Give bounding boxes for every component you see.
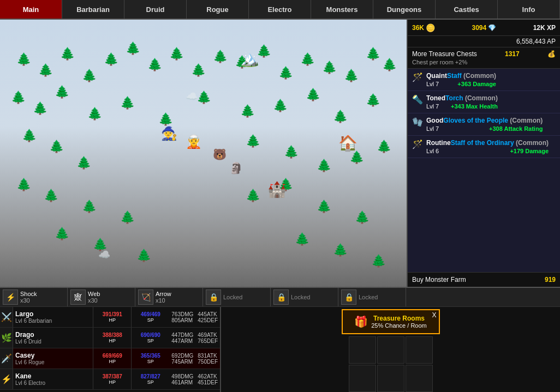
- casey-hp-val: 669/669: [103, 353, 122, 359]
- tree-20: 🌲: [33, 101, 47, 116]
- char-stats-casey: 692DMG 745ARM: [169, 348, 195, 369]
- casey-dmg: 692DMG: [171, 353, 193, 359]
- drago-arm: 447ARM: [171, 338, 193, 344]
- tree-33: 🌲: [76, 156, 91, 170]
- resources-bar: 36K 🪙 3094 💎 12K XP: [408, 20, 560, 36]
- game-canvas: 🌲 🌲 🌲 🌲 🌲 🌲 🌲 🌲 🌲 🌲 🌲 🌲 🌲 🌲 🌲 🌲 🌲 🌲 🌲 🌲 …: [0, 20, 407, 287]
- chars-area: ⚔️ Largo Lvl 6 Barbarian 391/391 HP 469/…: [0, 307, 560, 392]
- largo-hp-val: 391/391: [103, 311, 122, 317]
- spell-web[interactable]: 🕸 Web x30: [68, 288, 135, 306]
- drago-hp-val: 388/388: [103, 332, 122, 338]
- tree-3: 🌲: [60, 47, 75, 61]
- treasure-label: More Treasure Chests: [412, 50, 477, 58]
- tab-rogue[interactable]: Rogue: [187, 0, 249, 19]
- item-card-3: 🧤 GoodGloves of the People (Common) Lvl …: [408, 113, 560, 136]
- golem-enemy: 🗿: [229, 161, 243, 174]
- tree-41: 🌲: [82, 200, 97, 214]
- locked-icon-2: 🔒: [273, 290, 289, 305]
- treasure-icon-small: 💰: [547, 50, 556, 58]
- spell-arrow[interactable]: 🏹 Arrow x10: [135, 288, 203, 306]
- tree-27: 🌲: [273, 99, 288, 113]
- tree-8: 🌲: [169, 47, 184, 61]
- treasure-count: 1317: [505, 50, 520, 58]
- casey-hp-label: HP: [109, 359, 116, 364]
- tree-46: 🌲: [355, 210, 370, 225]
- top-navigation: Main Barbarian Druid Rogue Electro Monst…: [0, 0, 560, 20]
- tab-main[interactable]: Main: [0, 0, 62, 19]
- kane-def: 451DEF: [198, 379, 218, 385]
- largo-sp-label: SP: [147, 317, 154, 323]
- largo-hp-label: HP: [109, 317, 116, 323]
- char-class-largo: Lvl 6 Barbarian: [15, 318, 91, 324]
- xp-resource: 12K XP: [533, 24, 556, 32]
- inv-cell-2[interactable]: [377, 336, 404, 364]
- right-panel: 36K 🪙 3094 💎 12K XP 6,558,443 AP More Tr…: [407, 20, 560, 287]
- char-stats2-drago: 469ATK 765DEF: [195, 328, 220, 348]
- char-row-casey: 🗡️ Casey Lvl 6 Rogue 669/669 HP 365/365 …: [0, 348, 220, 369]
- character-list: ⚔️ Largo Lvl 6 Barbarian 391/391 HP 469/…: [0, 307, 221, 392]
- tree-39: 🌲: [16, 178, 31, 192]
- char-sp-largo: 469/469 SP: [131, 307, 169, 327]
- tab-castles[interactable]: Castles: [436, 0, 498, 19]
- tree-19: 🌲: [11, 91, 26, 105]
- char-name-kane: Kane: [15, 372, 91, 380]
- largo-def: 425DEF: [198, 317, 218, 323]
- tab-electro[interactable]: Electro: [249, 0, 311, 19]
- treasure-close-button[interactable]: X: [432, 311, 436, 319]
- inv-cell-5[interactable]: [377, 365, 404, 392]
- char-hp-largo: 391/391 HP: [93, 307, 131, 327]
- char-class-drago: Lvl 6 Druid: [15, 339, 91, 345]
- kane-sp-val: 827/827: [141, 373, 160, 379]
- tree-42: 🌲: [120, 210, 135, 225]
- tab-info[interactable]: Info: [498, 0, 560, 19]
- tree-17: 🌲: [366, 47, 380, 61]
- spell-arrow-count: x10: [156, 297, 171, 304]
- tree-22: 🌲: [87, 107, 102, 121]
- char-hp-drago: 388/388 HP: [93, 328, 131, 348]
- item-name-3: GoodGloves of the People (Common): [426, 117, 543, 124]
- chest-bonus: Chest per room +2%: [412, 59, 556, 65]
- tab-druid[interactable]: Druid: [124, 0, 187, 19]
- spell-locked-2: 🔒 Locked: [271, 288, 338, 306]
- tree-31: 🌲: [22, 129, 37, 143]
- treasure-popup-title: Treasure Rooms: [371, 315, 427, 322]
- inv-cell-4[interactable]: [349, 365, 376, 392]
- casey-sp-val: 365/365: [141, 353, 160, 359]
- tree-49: 🌲: [136, 249, 151, 263]
- tree-34: 🌲: [246, 134, 260, 148]
- gold-resource: 36K 🪙: [412, 23, 435, 32]
- inv-cell-1[interactable]: [349, 336, 376, 364]
- house: 🏠: [338, 134, 358, 152]
- tab-monsters[interactable]: Monsters: [311, 0, 373, 19]
- locked-icon-3: 🔒: [341, 290, 356, 305]
- tree-10: 🌲: [213, 50, 228, 64]
- tab-barbarian[interactable]: Barbarian: [62, 0, 124, 19]
- tree-16: 🌲: [344, 69, 359, 83]
- game-view: 🌲 🌲 🌲 🌲 🌲 🌲 🌲 🌲 🌲 🌲 🌲 🌲 🌲 🌲 🌲 🌲 🌲 🌲 🌲 🌲 …: [0, 20, 407, 287]
- tree-25: 🌲: [196, 91, 211, 105]
- monster-farm[interactable]: Buy Monster Farm 919: [408, 272, 560, 287]
- drago-sp-val: 690/690: [141, 332, 160, 338]
- tree-6: 🌲: [126, 41, 140, 56]
- gems-value: 3094: [472, 24, 486, 32]
- char-name-largo: Largo: [15, 310, 91, 318]
- tree-36: 🌲: [317, 159, 331, 173]
- largo-atk: 445ATK: [198, 311, 218, 317]
- spell-shock[interactable]: ⚡ Shock x30: [0, 288, 68, 306]
- inv-cell-3[interactable]: [406, 336, 433, 364]
- tree-24: 🌲: [158, 112, 173, 126]
- kane-sp-label: SP: [147, 379, 154, 385]
- tree-13: 🌲: [278, 66, 293, 80]
- char-sp-drago: 690/690 SP: [131, 328, 169, 348]
- spell-locked-3: 🔒 Locked: [338, 288, 406, 306]
- char-stats2-largo: 445ATK 425DEF: [195, 307, 220, 327]
- spell-arrow-name: Arrow: [156, 291, 171, 297]
- inv-cell-6[interactable]: [406, 365, 433, 392]
- item-stats-2: Lvl 7 +343 Max Health: [426, 103, 498, 110]
- item-stats-4: Lvl 6 +179 Damage: [426, 148, 549, 154]
- tree-2: 🌲: [38, 63, 53, 77]
- tab-dungeons[interactable]: Dungeons: [373, 0, 436, 19]
- casey-sp-label: SP: [147, 359, 154, 364]
- spell-locked-label-1: Locked: [223, 294, 242, 300]
- item-stats-3: Lvl 7 +308 Attack Rating: [426, 125, 543, 132]
